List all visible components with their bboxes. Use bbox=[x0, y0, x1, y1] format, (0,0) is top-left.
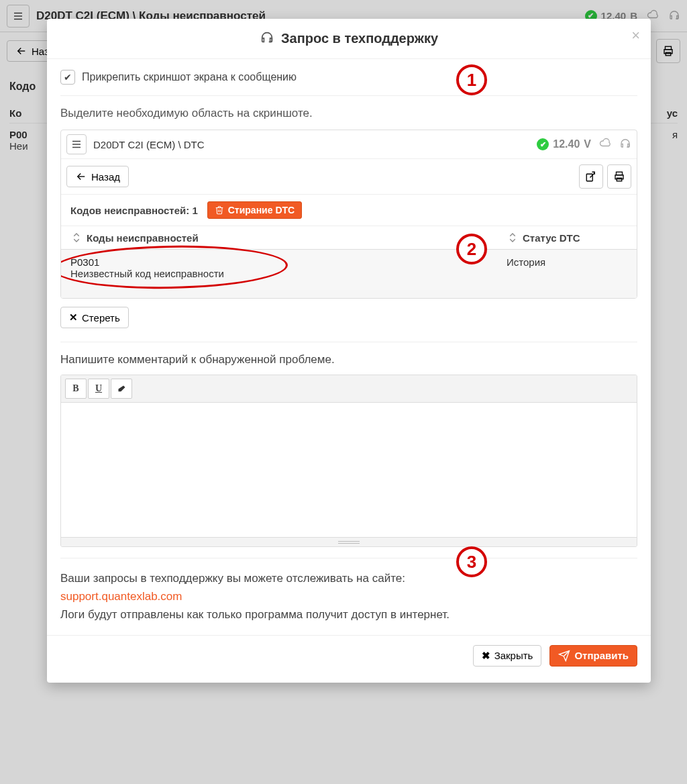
attach-screenshot-checkbox[interactable]: ✔ bbox=[60, 70, 75, 85]
headset-icon bbox=[619, 137, 631, 152]
support-link[interactable]: support.quantexlab.com bbox=[60, 590, 182, 603]
modal-title-text: Запрос в техподдержку bbox=[281, 31, 438, 46]
eraser-button[interactable] bbox=[111, 379, 132, 399]
close-label: Закрыть bbox=[494, 650, 533, 661]
hamburger-icon bbox=[70, 138, 83, 150]
erase-label: Стереть bbox=[82, 312, 120, 324]
erase-dtc-button: Стирание DTC bbox=[207, 201, 302, 219]
dtc-row: P0301 Неизвестный код неисправности Исто… bbox=[61, 250, 637, 290]
select-area-hint: Выделите необходимую область на скриншот… bbox=[60, 107, 637, 120]
modal-body: ✔ Прикрепить скриншот экрана к сообщению… bbox=[47, 59, 651, 635]
dtc-desc: Неизвестный код неисправности bbox=[70, 268, 507, 279]
close-icon: ✕ bbox=[69, 311, 78, 324]
comment-label: Напишите комментарий к обнаруженной проб… bbox=[60, 353, 637, 366]
dtc-status: История bbox=[507, 256, 627, 279]
export-icon bbox=[585, 170, 597, 183]
shot-export-button bbox=[579, 164, 603, 189]
comment-textarea[interactable] bbox=[61, 403, 637, 537]
headset-icon bbox=[260, 30, 274, 48]
cloud-icon bbox=[599, 137, 611, 152]
shot-menu-button bbox=[66, 134, 87, 154]
dtc-count-label: Кодов неисправностей: 1 bbox=[70, 205, 198, 216]
eraser-icon bbox=[117, 384, 127, 394]
resize-handle[interactable] bbox=[61, 537, 637, 546]
underline-button[interactable]: U bbox=[88, 379, 109, 399]
attach-screenshot-label: Прикрепить скриншот экрана к сообщению bbox=[82, 71, 297, 83]
arrow-left-icon bbox=[75, 170, 87, 183]
check-icon: ✔ bbox=[537, 138, 549, 150]
logs-text: Логи будут отправлены как только програм… bbox=[60, 608, 450, 621]
erase-annotation-button[interactable]: ✕ Стереть bbox=[60, 307, 129, 328]
shot-print-button bbox=[607, 164, 631, 189]
support-request-modal: Запрос в техподдержку × ✔ Прикрепить скр… bbox=[47, 19, 651, 683]
shot-voltage-unit: V bbox=[584, 138, 591, 150]
modal-header: Запрос в техподдержку × bbox=[47, 19, 651, 59]
modal-footer: ✖ Закрыть Отправить bbox=[47, 635, 651, 683]
close-icon: ✖ bbox=[482, 650, 490, 662]
comment-editor: B U bbox=[60, 375, 637, 547]
embedded-screenshot[interactable]: D20DT C2I (ECM) \ DTC ✔ 12.40 V bbox=[60, 130, 637, 299]
trash-icon bbox=[215, 205, 224, 215]
send-icon bbox=[558, 650, 570, 662]
close-button[interactable]: ✖ Закрыть bbox=[473, 645, 542, 667]
shot-back-label: Назад bbox=[91, 171, 120, 183]
shot-voltage-value: 12.40 bbox=[553, 138, 580, 150]
dtc-th-status: Статус DTC bbox=[523, 232, 580, 244]
track-text: Ваши запросы в техподдержку вы можете от… bbox=[60, 572, 405, 585]
sort-icon bbox=[70, 232, 83, 244]
editor-toolbar: B U bbox=[61, 375, 637, 403]
shot-breadcrumb: D20DT C2I (ECM) \ DTC bbox=[93, 139, 205, 150]
bold-button[interactable]: B bbox=[65, 379, 87, 399]
svg-rect-12 bbox=[586, 174, 592, 181]
dtc-th-codes: Коды неисправностей bbox=[87, 232, 199, 244]
send-button[interactable]: Отправить bbox=[549, 645, 637, 667]
sort-icon bbox=[507, 232, 519, 244]
svg-rect-15 bbox=[617, 178, 622, 181]
print-icon bbox=[613, 170, 625, 183]
dtc-code: P0301 bbox=[70, 256, 507, 268]
modal-close-button[interactable]: × bbox=[631, 27, 640, 44]
erase-dtc-label: Стирание DTC bbox=[228, 205, 295, 215]
shot-back-button: Назад bbox=[66, 166, 129, 187]
send-label: Отправить bbox=[574, 650, 629, 661]
